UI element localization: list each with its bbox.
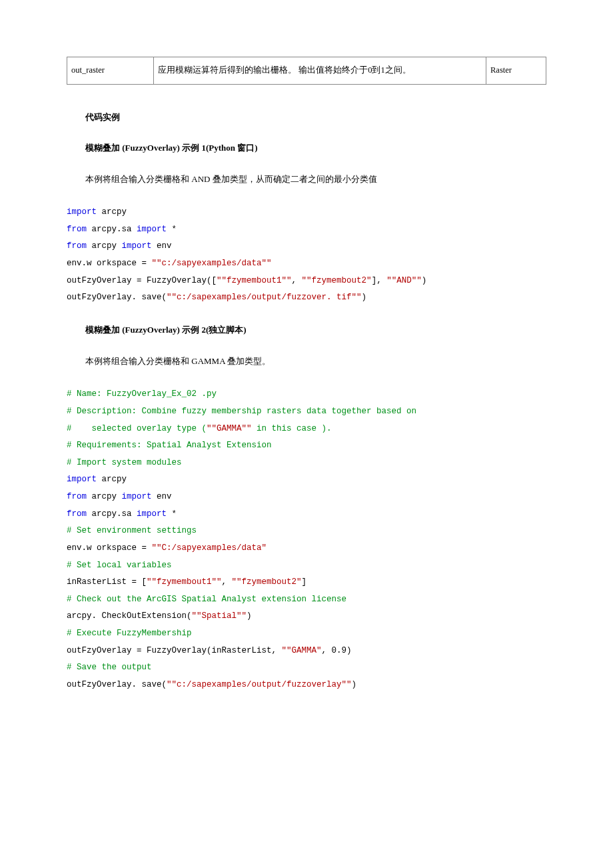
code-token: from [67, 509, 87, 519]
code-token: ], [372, 276, 387, 285]
cell-name: out_raster [67, 57, 154, 85]
code-token: * [167, 225, 177, 234]
code-token: ) [247, 611, 252, 621]
code-token: arcpy [87, 241, 122, 251]
code-token: from [67, 241, 87, 251]
heading-example-2: 模糊叠加 (FuzzyOverlay) 示例 2(独立脚本) [85, 324, 546, 336]
code-token: arcpy.sa [87, 509, 137, 519]
code-token: from [67, 492, 87, 501]
code-token: ] [302, 577, 307, 587]
code-token: import [122, 492, 152, 501]
code-token: import [67, 207, 97, 217]
code-token: import [122, 241, 152, 251]
code-token: # Set local variables [67, 561, 172, 570]
code-token: # Import system modules [67, 458, 182, 467]
code-token: arcpy [87, 492, 122, 501]
code-token: env.w orkspace = [67, 259, 152, 268]
code-token: * [167, 509, 177, 519]
output-table: out_raster 应用模糊运算符后得到的输出栅格。 输出值将始终介于0到1之… [67, 57, 546, 85]
body-indent: 代码实例 模糊叠加 (FuzzyOverlay) 示例 1(Python 窗口)… [67, 111, 546, 187]
para-example-1: 本例将组合输入分类栅格和 AND 叠加类型，从而确定二者之间的最小分类值 [85, 171, 546, 187]
heading-example-1: 模糊叠加 (FuzzyOverlay) 示例 1(Python 窗口) [85, 142, 546, 154]
code-token: ""AND"" [386, 276, 422, 285]
table-row: out_raster 应用模糊运算符后得到的输出栅格。 输出值将始终介于0到1之… [67, 57, 546, 85]
code-token: outFzyOverlay. save( [67, 293, 167, 302]
code-token: # Check out the ArcGIS Spatial Analyst e… [67, 595, 346, 604]
code-token: # Execute FuzzyMembership [67, 629, 192, 638]
code-token: arcpy [97, 475, 127, 484]
code-token: ""c:/sapexamples/output/fuzzover. tif"" [167, 293, 362, 302]
code-token: env [152, 492, 172, 501]
code-token: in this case ). [252, 424, 332, 433]
code-token: # selected overlay type ( [67, 424, 207, 433]
code-example-1: import arcpy from arcpy.sa import * from… [67, 204, 546, 307]
code-token: , [222, 577, 232, 587]
code-token: ""fzymembout2" [232, 577, 302, 587]
code-token: arcpy.sa [87, 225, 137, 234]
page-content: out_raster 应用模糊运算符后得到的输出栅格。 输出值将始终介于0到1之… [0, 0, 613, 751]
code-token: # Set environment settings [67, 526, 197, 535]
cell-type: Raster [486, 57, 546, 85]
code-token: ""GAMMA"" [207, 424, 252, 433]
code-token: inRasterList = [ [67, 577, 147, 587]
code-token: outFzyOverlay = FuzzyOverlay([ [67, 276, 217, 285]
code-token: ) [422, 276, 427, 285]
code-token: outFzyOverlay. save( [67, 680, 167, 689]
code-token: env [152, 241, 172, 251]
code-token: from [67, 225, 87, 234]
code-token: # Name: FuzzyOverlay_Ex_02 .py [67, 389, 217, 399]
code-example-2: # Name: FuzzyOverlay_Ex_02 .py # Descrip… [67, 386, 546, 693]
code-token: # Requirements: Spatial Analyst Extensio… [67, 441, 272, 450]
code-token: arcpy. CheckOutExtension( [67, 611, 192, 621]
code-token: # Save the output [67, 663, 152, 672]
code-token: ""GAMMA" [282, 646, 322, 655]
cell-desc: 应用模糊运算符后得到的输出栅格。 输出值将始终介于0到1之间。 [154, 57, 486, 85]
code-token: ""c:/sapyexamples/data"" [152, 259, 272, 268]
code-token: ""C:/sapyexamples/data" [152, 543, 267, 553]
code-token: ""c:/sapexamples/output/fuzzoverlay"" [167, 680, 352, 689]
code-token: ""fzymembout1"" [147, 577, 222, 587]
code-token: env.w orkspace = [67, 543, 152, 553]
code-token: outFzyOverlay = FuzzyOverlay(inRasterLis… [67, 646, 282, 655]
code-token: import [137, 509, 167, 519]
para-example-2: 本例将组合输入分类栅格和 GAMMA 叠加类型。 [85, 353, 546, 369]
code-token: ) [352, 680, 357, 689]
code-token: ""fzymembout1"" [217, 276, 292, 285]
code-token: ""fzymembout2" [302, 276, 372, 285]
code-token: , [292, 276, 302, 285]
code-token: ) [362, 293, 367, 302]
body-indent-2: 模糊叠加 (FuzzyOverlay) 示例 2(独立脚本) 本例将组合输入分类… [67, 324, 546, 369]
code-token: import [137, 225, 167, 234]
heading-code-examples: 代码实例 [85, 111, 546, 123]
code-token: import [67, 475, 97, 484]
code-token: arcpy [97, 207, 127, 217]
code-token: # Description: Combine fuzzy membership … [67, 407, 416, 416]
code-token: ""Spatial"" [192, 611, 247, 621]
code-token: , 0.9) [322, 646, 352, 655]
